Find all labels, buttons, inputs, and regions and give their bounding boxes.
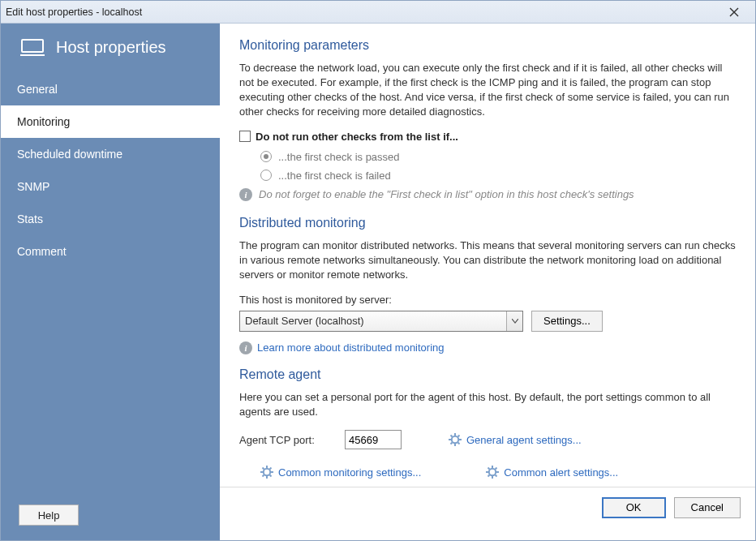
help-button[interactable]: Help bbox=[19, 505, 79, 526]
svg-line-12 bbox=[451, 443, 453, 444]
section-monitoring-title: Monitoring parameters bbox=[239, 38, 737, 53]
learn-more-link[interactable]: Learn more about distributed monitoring bbox=[257, 341, 445, 354]
server-combobox[interactable]: Default Server (localhost) bbox=[239, 311, 523, 332]
combobox-arrow bbox=[506, 311, 522, 331]
titlebar: Edit host properties - localhost bbox=[1, 1, 755, 24]
nav-general[interactable]: General bbox=[1, 73, 220, 105]
common-alert-row: Common alert settings... bbox=[486, 466, 618, 479]
sidebar-title: Host properties bbox=[56, 38, 166, 57]
nav-stats[interactable]: Stats bbox=[1, 203, 220, 235]
server-row: Default Server (localhost) Settings... bbox=[239, 311, 737, 332]
monitor-icon bbox=[20, 39, 45, 57]
info-icon: i bbox=[239, 341, 252, 354]
checkbox-label: Do not run other checks from the list if… bbox=[256, 131, 458, 143]
radio-icon-selected bbox=[260, 151, 272, 162]
svg-line-9 bbox=[451, 436, 453, 437]
info-icon: i bbox=[239, 188, 252, 201]
common-monitoring-row: Common monitoring settings... bbox=[260, 466, 421, 479]
svg-line-21 bbox=[263, 475, 264, 477]
sidebar: Host properties General Monitoring Sched… bbox=[1, 24, 220, 540]
common-monitoring-link[interactable]: Common monitoring settings... bbox=[278, 466, 421, 479]
close-button[interactable] bbox=[718, 3, 750, 21]
svg-line-20 bbox=[270, 468, 272, 470]
nav-snmp[interactable]: SNMP bbox=[1, 170, 220, 203]
close-icon bbox=[729, 7, 739, 17]
svg-line-28 bbox=[496, 475, 497, 477]
dialog-body: Host properties General Monitoring Sched… bbox=[1, 24, 755, 540]
radio-first-failed[interactable]: ...the first check is failed bbox=[260, 170, 737, 182]
svg-point-22 bbox=[489, 469, 496, 475]
svg-line-27 bbox=[488, 468, 490, 470]
dialog-window: Edit host properties - localhost Host pr… bbox=[0, 0, 756, 541]
radio-failed-label: ...the first check is failed bbox=[278, 170, 391, 182]
svg-line-29 bbox=[496, 468, 497, 470]
cancel-button[interactable]: Cancel bbox=[674, 497, 741, 518]
gear-icon bbox=[486, 466, 499, 479]
sidebar-spacer bbox=[1, 268, 220, 505]
general-agent-settings-link[interactable]: General agent settings... bbox=[466, 434, 582, 446]
svg-point-13 bbox=[264, 469, 270, 475]
agent-port-label: Agent TCP port: bbox=[239, 434, 329, 446]
main-panel: Monitoring parameters To decrease the ne… bbox=[220, 24, 755, 540]
section-distributed-title: Distributed monitoring bbox=[239, 216, 737, 230]
nav-scheduled-downtime[interactable]: Scheduled downtime bbox=[1, 138, 220, 170]
radio-icon bbox=[260, 170, 272, 181]
svg-line-19 bbox=[270, 475, 272, 477]
learn-more-row: i Learn more about distributed monitorin… bbox=[239, 341, 737, 354]
bottom-links: Common monitoring settings... Common ale… bbox=[260, 466, 737, 479]
checkbox-dont-run-others[interactable]: Do not run other checks from the list if… bbox=[239, 131, 737, 143]
section-monitoring-desc: To decrease the network load, you can ex… bbox=[239, 61, 737, 119]
gear-icon bbox=[449, 433, 462, 446]
info-first-check-hint: i Do not forget to enable the "First che… bbox=[239, 188, 737, 201]
spacer bbox=[239, 354, 737, 367]
svg-line-18 bbox=[263, 468, 264, 470]
nav-list: General Monitoring Scheduled downtime SN… bbox=[1, 73, 220, 268]
server-label: This host is monitored by server: bbox=[239, 294, 737, 306]
sidebar-header: Host properties bbox=[1, 24, 220, 73]
section-remote-desc: Here you can set a personal port for the… bbox=[239, 390, 737, 419]
svg-line-30 bbox=[488, 475, 490, 477]
svg-line-11 bbox=[458, 436, 460, 437]
nav-monitoring[interactable]: Monitoring bbox=[1, 105, 220, 138]
window-title: Edit host properties - localhost bbox=[6, 6, 142, 18]
section-remote-title: Remote agent bbox=[239, 367, 737, 382]
common-alert-link[interactable]: Common alert settings... bbox=[504, 466, 618, 479]
checkbox-icon bbox=[239, 131, 251, 142]
server-value: Default Server (localhost) bbox=[245, 315, 364, 327]
svg-line-10 bbox=[458, 443, 460, 444]
general-agent-settings-row: General agent settings... bbox=[449, 433, 582, 446]
section-distributed-desc: The program can monitor distributed netw… bbox=[239, 238, 737, 282]
chevron-down-icon bbox=[512, 319, 518, 324]
svg-point-4 bbox=[452, 436, 458, 443]
nav-comment[interactable]: Comment bbox=[1, 235, 220, 268]
info-hint-text: Do not forget to enable the "First check… bbox=[259, 188, 634, 200]
radio-first-passed[interactable]: ...the first check is passed bbox=[260, 151, 737, 163]
agent-port-row: Agent TCP port: General agent settings..… bbox=[239, 430, 737, 449]
radio-passed-label: ...the first check is passed bbox=[278, 151, 400, 163]
server-settings-button[interactable]: Settings... bbox=[531, 311, 603, 332]
dialog-footer: OK Cancel bbox=[220, 487, 755, 527]
gear-icon bbox=[260, 466, 273, 479]
ok-button[interactable]: OK bbox=[602, 497, 666, 518]
svg-rect-2 bbox=[22, 40, 43, 52]
agent-port-input[interactable] bbox=[345, 430, 402, 449]
